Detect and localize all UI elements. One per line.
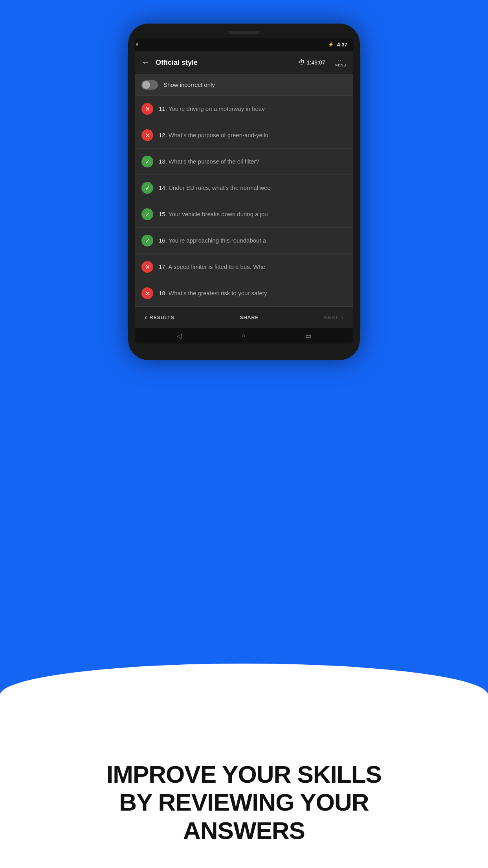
status-icon-correct-16: ✓ — [141, 235, 153, 246]
question-list: ✕ 11. You're driving on a motorway in he… — [135, 96, 353, 307]
menu-label: MENU — [335, 63, 347, 67]
phone-speaker — [228, 31, 260, 34]
question-text-14: 14. Under EU rules, what's the normal we… — [159, 184, 347, 192]
status-icon-wrong-18: ✕ — [141, 287, 153, 299]
question-item-15[interactable]: ✓ 15. Your vehicle breaks down during a … — [135, 201, 353, 228]
question-text-12: 12. What's the purpose of green-and-yell… — [159, 131, 347, 139]
timer-icon: ⏱ — [299, 59, 305, 66]
question-item-14[interactable]: ✓ 14. Under EU rules, what's the normal … — [135, 175, 353, 201]
promo-line3: ANSWERS — [183, 817, 305, 844]
header-title: Official style — [156, 59, 293, 67]
status-icon-correct-15: ✓ — [141, 208, 153, 220]
next-button[interactable]: NEXT › — [324, 313, 343, 322]
phone-outer: ⚡ 4:37 ← Official style ⏱ 1:49:07 ··· ME… — [128, 24, 360, 360]
signal-dot — [136, 43, 138, 46]
android-recent-button[interactable]: ▭ — [305, 332, 311, 340]
question-text-13: 13. What's the purpose of the oil filter… — [159, 158, 347, 166]
bottom-nav: ‹ RESULTS SHARE NEXT › — [135, 307, 353, 328]
status-icon-wrong-11: ✕ — [141, 103, 153, 115]
question-item-11[interactable]: ✕ 11. You're driving on a motorway in he… — [135, 96, 353, 122]
show-incorrect-toggle[interactable] — [141, 80, 158, 90]
menu-dots-icon: ··· — [338, 58, 343, 63]
question-text-16: 16. You're approaching this roundabout a — [159, 237, 347, 245]
question-item-18[interactable]: ✕ 18. What's the greatest risk to your s… — [135, 280, 353, 307]
question-text-11: 11. You're driving on a motorway in heav — [159, 105, 347, 113]
android-back-button[interactable]: ◁ — [177, 332, 182, 340]
app-header: ← Official style ⏱ 1:49:07 ··· MENU — [135, 51, 353, 74]
phone-screen: ⚡ 4:37 ← Official style ⏱ 1:49:07 ··· ME… — [135, 38, 353, 344]
question-text-17: 17. A speed limiter is fitted to a bus. … — [159, 263, 347, 271]
question-item-13[interactable]: ✓ 13. What's the purpose of the oil filt… — [135, 149, 353, 175]
toggle-label: Show incorrect only — [163, 81, 215, 88]
android-nav-bar: ◁ ○ ▭ — [135, 328, 353, 344]
toggle-row: Show incorrect only — [135, 74, 353, 96]
status-bar: ⚡ 4:37 — [135, 38, 353, 51]
share-label: SHARE — [240, 314, 259, 320]
phone-top-bar — [135, 31, 353, 34]
question-text-18: 18. What's the greatest risk to your saf… — [159, 289, 347, 297]
phone-shell: ⚡ 4:37 ← Official style ⏱ 1:49:07 ··· ME… — [128, 24, 360, 360]
promo-section: IMPROVE YOUR SKILLS BY REVIEWING YOUR AN… — [0, 664, 488, 868]
promo-line2: BY REVIEWING YOUR — [119, 789, 369, 816]
promo-text: IMPROVE YOUR SKILLS BY REVIEWING YOUR AN… — [106, 760, 382, 844]
question-text-15: 15. Your vehicle breaks down during a jo… — [159, 210, 347, 218]
question-item-16[interactable]: ✓ 16. You're approaching this roundabout… — [135, 228, 353, 254]
back-button[interactable]: ← — [141, 57, 150, 68]
timer-value: 1:49:07 — [307, 59, 325, 66]
status-icon-wrong-12: ✕ — [141, 129, 153, 141]
status-icon-correct-14: ✓ — [141, 182, 153, 194]
next-label: NEXT — [324, 314, 339, 320]
promo-line1: IMPROVE YOUR SKILLS — [106, 761, 382, 788]
results-arrow-icon: ‹ — [145, 313, 147, 322]
results-button[interactable]: ‹ RESULTS — [145, 313, 174, 322]
android-home-button[interactable]: ○ — [242, 332, 246, 339]
phone-bottom — [135, 348, 353, 353]
question-item-12[interactable]: ✕ 12. What's the purpose of green-and-ye… — [135, 122, 353, 149]
next-arrow-icon: › — [341, 313, 344, 322]
results-label: RESULTS — [150, 314, 174, 320]
menu-button[interactable]: ··· MENU — [335, 58, 347, 67]
status-icon-correct-13: ✓ — [141, 156, 153, 167]
question-item-17[interactable]: ✕ 17. A speed limiter is fitted to a bus… — [135, 254, 353, 280]
status-time: 4:37 — [337, 42, 347, 48]
header-timer: ⏱ 1:49:07 — [299, 59, 325, 66]
status-icon-wrong-17: ✕ — [141, 261, 153, 273]
battery-icon: ⚡ — [328, 42, 334, 47]
share-button[interactable]: SHARE — [240, 314, 259, 320]
